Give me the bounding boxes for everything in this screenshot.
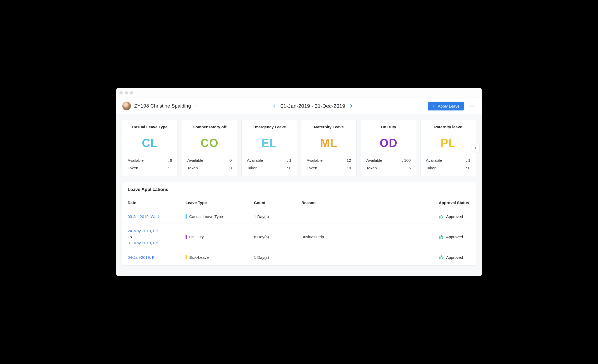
thumbs-up-icon bbox=[439, 255, 443, 260]
leave-card[interactable]: Emergency Leave EL Available :1 Taken :0 bbox=[241, 120, 297, 176]
cell-date: 03-Jul-2019, Wed bbox=[122, 209, 180, 224]
stat-label: Taken bbox=[426, 166, 446, 170]
stat-label: Taken bbox=[128, 166, 148, 170]
plus-icon bbox=[432, 104, 436, 108]
status-text: Approved bbox=[446, 255, 463, 260]
apply-leave-label: Apply Leave bbox=[438, 104, 460, 108]
cell-status: Approved bbox=[433, 209, 476, 224]
more-menu-button[interactable] bbox=[468, 104, 476, 108]
type-color-bar bbox=[186, 255, 187, 260]
cell-reason bbox=[296, 250, 433, 265]
stat-value: :12 bbox=[345, 158, 351, 163]
thumbs-up-icon bbox=[439, 235, 443, 239]
cell-type: On Duty bbox=[180, 224, 249, 250]
prev-range-button[interactable] bbox=[272, 104, 276, 108]
cell-count: 1 Day(s) bbox=[249, 209, 296, 224]
stat-value: :1 bbox=[466, 158, 470, 163]
stat-available: Available :0 bbox=[187, 158, 232, 163]
leave-card[interactable]: Compensatory off CO Available :0 Taken :… bbox=[182, 120, 237, 176]
leave-cards: Casual Leave Type CL Available :6 Taken … bbox=[122, 120, 476, 176]
leave-card[interactable]: Paternity leave PL Available :1 Taken :0 bbox=[420, 120, 476, 176]
col-date-header: Date bbox=[122, 196, 180, 209]
leave-card[interactable]: On Duty OD Available :106 Taken :6 bbox=[361, 120, 416, 176]
stat-taken: Taken :0 bbox=[307, 166, 351, 170]
status-icon bbox=[439, 235, 443, 239]
col-reason-header: Reason bbox=[296, 196, 433, 209]
window-dot-max[interactable] bbox=[130, 91, 133, 94]
window-title-bar bbox=[116, 88, 482, 98]
cell-reason bbox=[296, 209, 433, 224]
date-link[interactable]: 24-May-2019, Fri bbox=[128, 229, 175, 233]
card-title: Paternity leave bbox=[434, 125, 462, 129]
scroll-cards-next[interactable] bbox=[472, 144, 480, 152]
stat-available: Available :1 bbox=[426, 158, 470, 163]
avatar bbox=[122, 102, 131, 110]
card-title: Compensatory off bbox=[193, 125, 226, 129]
date-to-label: To bbox=[128, 235, 175, 239]
stat-value: :6 bbox=[168, 158, 172, 163]
next-range-button[interactable] bbox=[349, 104, 353, 108]
stat-value: :0 bbox=[227, 158, 232, 163]
col-type-header: Leave Type bbox=[180, 196, 249, 209]
stat-value: :106 bbox=[402, 158, 411, 163]
chevron-right-icon bbox=[474, 146, 477, 150]
more-dot bbox=[471, 105, 472, 107]
card-stats: Available :1 Taken :0 bbox=[426, 158, 470, 170]
date-link[interactable]: 04-Jan-2019, Fri bbox=[128, 255, 175, 260]
table-row: 24-May-2019, FriTo 31-May-2019, Fri On D… bbox=[122, 224, 476, 250]
leave-applications-panel: Leave Applications Date Leave Type Count… bbox=[122, 182, 476, 266]
stat-label: Taken bbox=[307, 166, 327, 170]
card-stats: Available :6 Taken :1 bbox=[128, 158, 172, 170]
status-text: Approved bbox=[446, 214, 463, 219]
stat-value: :0 bbox=[347, 166, 351, 170]
chevron-down-icon bbox=[194, 104, 198, 108]
cell-type: Casual Leave Type bbox=[180, 209, 249, 224]
applications-table: Date Leave Type Count Reason Approval St… bbox=[122, 196, 476, 264]
type-color-bar bbox=[186, 214, 187, 219]
cell-type: Sick-Leave bbox=[180, 250, 249, 265]
stat-value: :1 bbox=[168, 166, 172, 170]
stat-label: Available bbox=[366, 158, 386, 163]
card-abbr: EL bbox=[262, 136, 277, 150]
date-range-text[interactable]: 01-Jan-2019 - 31-Dec-2019 bbox=[281, 103, 345, 109]
cell-count: 6 Day(s) bbox=[249, 224, 296, 250]
apply-leave-button[interactable]: Apply Leave bbox=[428, 102, 464, 110]
more-dot bbox=[473, 105, 474, 107]
card-stats: Available :12 Taken :0 bbox=[307, 158, 351, 170]
stat-label: Available bbox=[128, 158, 148, 163]
cell-date: 24-May-2019, FriTo 31-May-2019, Fri bbox=[122, 224, 180, 250]
card-abbr: CO bbox=[201, 136, 218, 150]
stat-label: Taken bbox=[366, 166, 386, 170]
status-icon bbox=[439, 255, 443, 260]
card-title: Emergency Leave bbox=[252, 125, 286, 129]
col-status-header: Approval Status bbox=[433, 196, 476, 209]
date-link[interactable]: 31-May-2019, Fri bbox=[128, 241, 175, 245]
stat-available: Available :6 bbox=[128, 158, 172, 163]
card-abbr: ML bbox=[320, 136, 338, 150]
cell-status: Approved bbox=[433, 250, 476, 265]
stat-available: Available :12 bbox=[307, 158, 351, 163]
card-title: Maternity Leave bbox=[314, 125, 344, 129]
card-title: Casual Leave Type bbox=[132, 125, 167, 129]
leave-card[interactable]: Maternity Leave ML Available :12 Taken :… bbox=[301, 120, 357, 176]
window-dot-close[interactable] bbox=[119, 91, 123, 94]
type-name: Casual Leave Type bbox=[189, 214, 223, 219]
stat-taken: Taken :0 bbox=[426, 166, 470, 170]
type-name: On Duty bbox=[189, 235, 204, 239]
card-stats: Available :106 Taken :6 bbox=[366, 158, 411, 170]
window-dot-min[interactable] bbox=[125, 91, 128, 94]
leave-card[interactable]: Casual Leave Type CL Available :6 Taken … bbox=[122, 120, 178, 176]
card-abbr: PL bbox=[441, 136, 456, 150]
date-link[interactable]: 03-Jul-2019, Wed bbox=[128, 214, 175, 219]
stat-label: Taken bbox=[247, 166, 267, 170]
table-row: 04-Jan-2019, Fri Sick-Leave 1 Day(s) App… bbox=[122, 250, 476, 265]
table-header-row: Date Leave Type Count Reason Approval St… bbox=[122, 196, 476, 209]
stat-taken: Taken :0 bbox=[247, 166, 291, 170]
stat-label: Available bbox=[426, 158, 446, 163]
thumbs-up-icon bbox=[439, 214, 443, 219]
card-abbr: CL bbox=[142, 136, 158, 150]
stat-value: :1 bbox=[287, 158, 291, 163]
chevron-left-icon bbox=[272, 104, 276, 108]
stat-value: :6 bbox=[406, 166, 411, 170]
user-selector[interactable]: ZY198 Christine Spalding bbox=[122, 102, 198, 110]
